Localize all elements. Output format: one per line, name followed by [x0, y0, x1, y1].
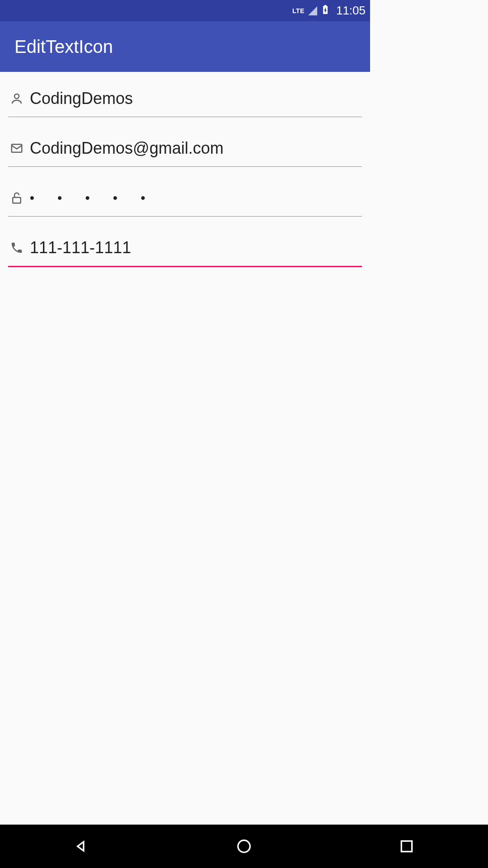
svg-rect-2 [13, 197, 21, 203]
phone-icon [8, 239, 25, 256]
status-time: 11:05 [336, 4, 366, 18]
app-title: EditTextIcon [14, 37, 113, 57]
battery-icon [320, 4, 331, 18]
email-field[interactable] [30, 139, 362, 158]
form-content [0, 72, 370, 267]
lock-icon [8, 189, 25, 207]
password-field[interactable] [30, 191, 362, 205]
svg-point-0 [14, 94, 19, 99]
phone-field[interactable] [30, 238, 362, 257]
password-input-row[interactable] [8, 179, 362, 217]
network-type: LTE [292, 7, 305, 14]
name-input-row[interactable] [8, 80, 362, 117]
signal-icon [308, 6, 317, 15]
email-input-row[interactable] [8, 130, 362, 167]
status-bar: LTE 11:05 [0, 0, 370, 21]
app-bar: EditTextIcon [0, 21, 370, 72]
mail-icon [8, 140, 25, 157]
name-field[interactable] [30, 89, 362, 108]
status-right: LTE 11:05 [292, 4, 366, 18]
phone-input-row[interactable] [8, 229, 362, 267]
person-icon [8, 90, 25, 107]
